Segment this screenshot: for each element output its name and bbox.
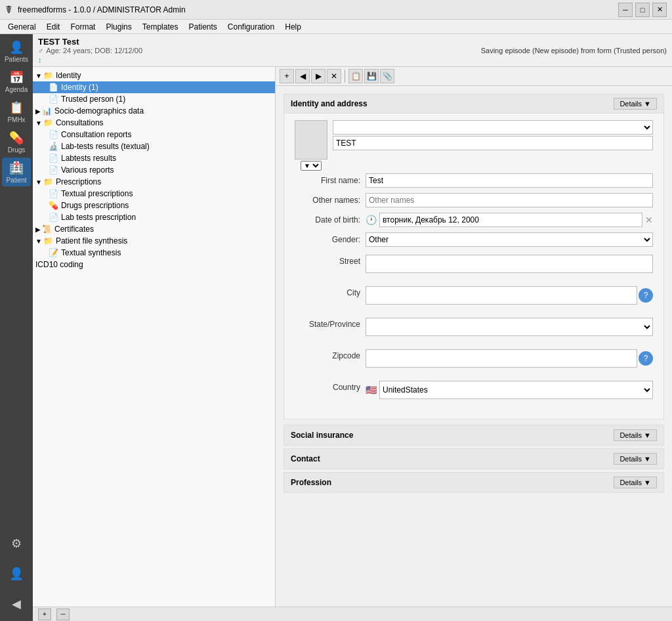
- toolbar-back-btn[interactable]: ◀: [295, 69, 310, 83]
- tree-icon-trusted: 📄: [49, 95, 58, 104]
- profession-section: Profession Details ▼: [284, 472, 664, 493]
- toolbar-forward-btn[interactable]: ▶: [311, 69, 326, 83]
- tree-trusted-person[interactable]: 📄 Trusted person (1): [33, 93, 275, 105]
- tree-lab-textual[interactable]: 🔬 Lab-tests results (textual): [33, 140, 275, 152]
- bottom-remove-btn[interactable]: ─: [56, 609, 70, 620]
- menu-templates[interactable]: Templates: [137, 20, 184, 34]
- tree-consultations-category[interactable]: ▼ 📁 Consultations: [33, 117, 275, 129]
- photo-col: ▼: [295, 120, 327, 171]
- tree-icon-textual-rx: 📄: [49, 189, 58, 198]
- tree-lab-prescription[interactable]: 📄 Lab tests prescription: [33, 211, 275, 223]
- country-select[interactable]: UnitedStates: [379, 381, 653, 399]
- tree-label-lab-textual: Lab-tests results (textual): [61, 142, 150, 151]
- tree-arrow-synthesis[interactable]: ▼: [35, 238, 42, 245]
- tree-panel: ▼ 📁 Identity 📄 Identity (1) 📄 Trusted pe…: [33, 67, 276, 607]
- identity-form-body: ▼: [284, 114, 663, 419]
- social-insurance-details-btn[interactable]: Details ▼: [614, 429, 657, 441]
- toolbar-copy-btn[interactable]: 📋: [348, 69, 363, 83]
- tree-labtests[interactable]: 📄 Labtests results: [33, 152, 275, 164]
- firstname-row: First name:: [295, 173, 653, 188]
- maximize-button[interactable]: □: [635, 3, 650, 17]
- identity-section-title: Identity and address: [291, 99, 368, 108]
- zip-help-btn[interactable]: ?: [639, 351, 653, 366]
- tree-textual-synthesis[interactable]: 📝 Textual synthesis: [33, 247, 275, 259]
- content-area: TEST Test ♂ Age: 24 years; DOB: 12/12/00…: [33, 34, 672, 621]
- menu-edit[interactable]: Edit: [41, 20, 66, 34]
- identity-details-btn[interactable]: Details ▼: [614, 98, 657, 110]
- firstname-input[interactable]: [366, 173, 653, 188]
- tree-label-socio: Socio-demographics data: [54, 106, 144, 116]
- othernames-row: Other names:: [295, 193, 653, 207]
- sidebar-item-pmhx[interactable]: 📋 PMHx: [2, 97, 31, 126]
- sidebar-item-patients[interactable]: 👤 Patients: [2, 37, 31, 66]
- tree-label-icd10: ICD10 coding: [35, 260, 83, 269]
- title-select[interactable]: [333, 120, 653, 135]
- patients-label: Patients: [5, 56, 28, 63]
- city-input[interactable]: [366, 286, 637, 305]
- toolbar-add-btn[interactable]: +: [280, 69, 294, 83]
- menu-help[interactable]: Help: [280, 20, 306, 34]
- social-insurance-section: Social insurance Details ▼: [284, 425, 664, 446]
- contact-details-btn[interactable]: Details ▼: [614, 453, 657, 465]
- sidebar-item-agenda[interactable]: 📅 Agenda: [2, 67, 31, 96]
- dob-clear-btn[interactable]: ✕: [645, 215, 653, 225]
- state-select[interactable]: [366, 318, 653, 336]
- patient-icon: 🏥: [9, 161, 24, 175]
- bottom-add-btn[interactable]: +: [38, 609, 51, 620]
- tree-icon-socio: 📊: [42, 106, 52, 116]
- menu-patients[interactable]: Patients: [183, 20, 222, 34]
- sidebar-item-expand[interactable]: ◀: [2, 589, 31, 618]
- dob-input[interactable]: [379, 213, 642, 227]
- sidebar-item-settings[interactable]: ⚙: [2, 529, 31, 558]
- sidebar-item-user[interactable]: 👤: [2, 559, 31, 588]
- tree-consultation-reports[interactable]: 📄 Consultation reports: [33, 129, 275, 140]
- social-insurance-label: Social insurance: [291, 431, 353, 440]
- tree-arrow-consultations[interactable]: ▼: [35, 119, 42, 127]
- tree-icon-labtests: 📄: [49, 154, 58, 163]
- othernames-label: Other names:: [295, 196, 360, 205]
- tree-label-trusted: Trusted person (1): [61, 95, 125, 104]
- tree-arrow-socio[interactable]: ▶: [35, 108, 41, 115]
- toolbar-remove-btn[interactable]: ✕: [327, 69, 341, 83]
- menu-configuration[interactable]: Configuration: [222, 20, 280, 34]
- tree-icon-lab-textual: 🔬: [49, 142, 58, 151]
- menubar: General Edit Format Plugins Templates Pa…: [0, 20, 672, 34]
- tree-socio-category[interactable]: ▶ 📊 Socio-demographics data: [33, 105, 275, 117]
- tree-icd10[interactable]: ICD10 coding: [33, 259, 275, 270]
- sidebar-icons: 👤 Patients 📅 Agenda 📋 PMHx 💊 Drugs 🏥 Pat…: [0, 34, 33, 621]
- sidebar-item-drugs[interactable]: 💊 Drugs: [2, 127, 31, 156]
- tree-label-consultations: Consultations: [56, 118, 104, 127]
- tree-prescriptions-category[interactable]: ▼ 📁 Prescriptions: [33, 176, 275, 188]
- profession-details-btn[interactable]: Details ▼: [614, 477, 657, 488]
- toolbar-save-btn[interactable]: 💾: [364, 69, 379, 83]
- menu-format[interactable]: Format: [65, 20, 100, 34]
- city-help-btn[interactable]: ?: [639, 288, 653, 303]
- tree-certificates[interactable]: ▶ 📜 Certificates: [33, 223, 275, 235]
- menu-plugins[interactable]: Plugins: [100, 20, 136, 34]
- tree-icon-consultation-reports: 📄: [49, 130, 58, 139]
- tree-textual-prescriptions[interactable]: 📄 Textual prescriptions: [33, 188, 275, 200]
- tree-synthesis-category[interactable]: ▼ 📁 Patient file synthesis: [33, 235, 275, 247]
- othernames-input[interactable]: [366, 193, 653, 207]
- lastname-input[interactable]: [333, 136, 653, 150]
- minimize-button[interactable]: ─: [618, 3, 633, 17]
- tree-drugs-prescriptions[interactable]: 💊 Drugs prescriptions: [33, 200, 275, 211]
- tree-arrow-certs[interactable]: ▶: [35, 226, 41, 233]
- zip-input[interactable]: [366, 349, 637, 368]
- tree-identity-category[interactable]: ▼ 📁 Identity: [33, 70, 275, 81]
- tree-arrow-identity[interactable]: ▼: [35, 72, 42, 79]
- tree-identity-1[interactable]: 📄 Identity (1): [33, 81, 275, 93]
- close-button[interactable]: ✕: [652, 3, 667, 17]
- tree-icon-lab-rx: 📄: [49, 213, 58, 222]
- photo-dropdown[interactable]: ▼: [301, 161, 322, 171]
- menu-general[interactable]: General: [3, 20, 41, 34]
- toolbar-attach-btn[interactable]: 📎: [380, 69, 394, 83]
- tree-various-reports[interactable]: 📄 Various reports: [33, 164, 275, 176]
- gender-select[interactable]: Other Male Female: [366, 232, 653, 247]
- street-input[interactable]: [366, 255, 653, 273]
- tree-arrow-prescriptions[interactable]: ▼: [35, 179, 42, 186]
- sidebar-item-patient[interactable]: 🏥 Patient: [2, 158, 31, 186]
- tree-label-prescriptions: Prescriptions: [56, 177, 101, 186]
- street-row: Street: [295, 255, 653, 273]
- workspace: ▼ 📁 Identity 📄 Identity (1) 📄 Trusted pe…: [33, 67, 672, 607]
